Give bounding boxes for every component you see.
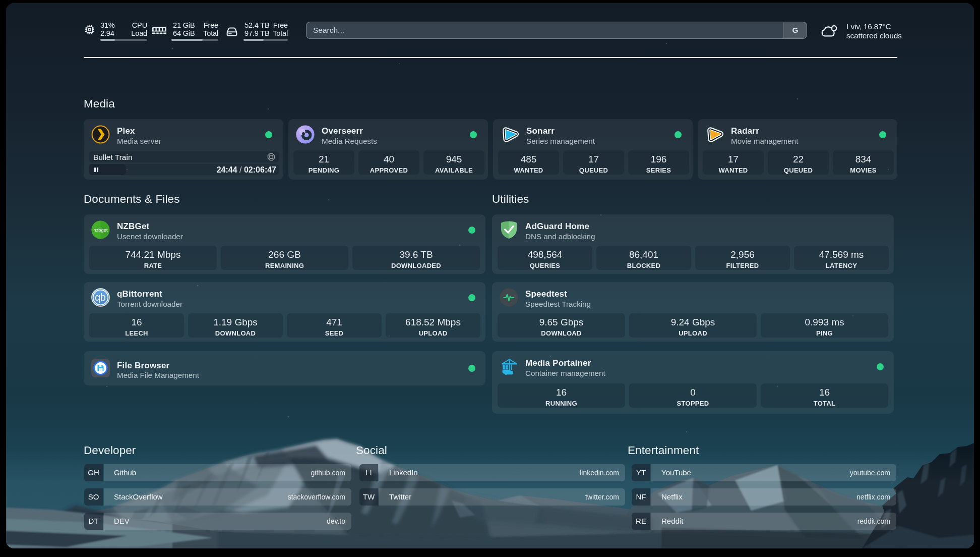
svg-text:qb: qb xyxy=(95,292,106,303)
svg-text:nzbget: nzbget xyxy=(93,228,107,233)
